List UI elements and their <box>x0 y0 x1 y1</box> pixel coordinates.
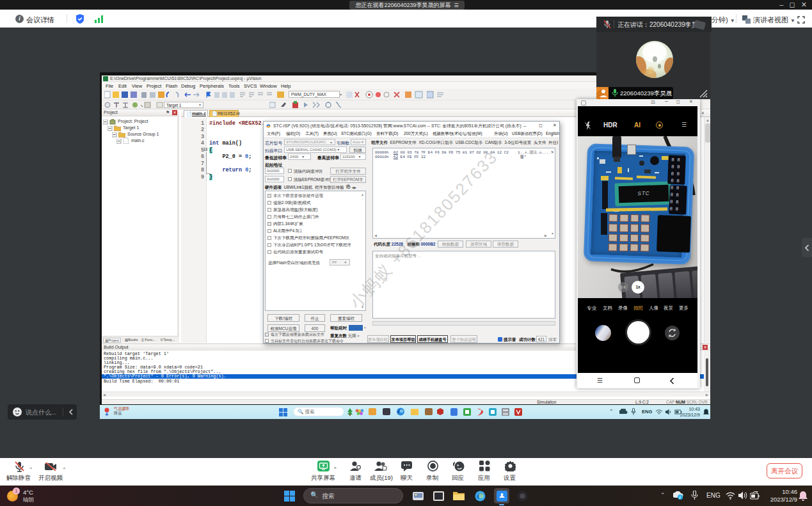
svg-text:i: i <box>679 494 680 500</box>
